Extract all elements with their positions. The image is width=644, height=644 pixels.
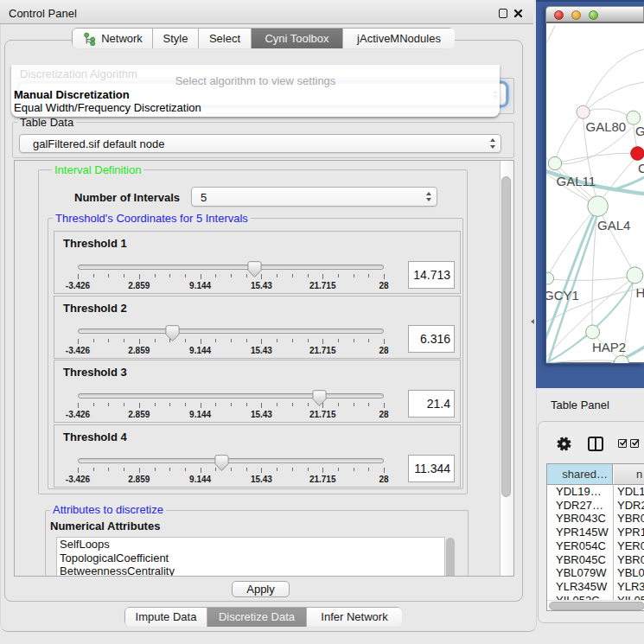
svg-text:HAP2: HAP2 [592,340,626,354]
svg-text:GAL4: GAL4 [597,218,630,233]
svg-text:GAL80: GAL80 [586,119,627,134]
svg-text:GAL11: GAL11 [557,174,596,188]
svg-text:HI: HI [636,285,644,300]
svg-text:GCY1: GCY1 [546,288,579,303]
svg-text:CY: CY [638,161,644,175]
svg-text:GAL1: GAL1 [635,124,644,138]
